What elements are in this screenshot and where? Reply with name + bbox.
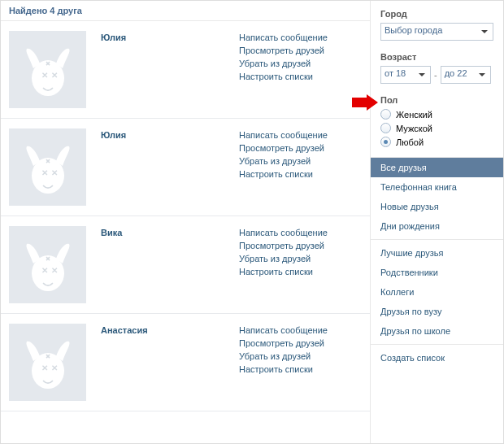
city-label: Город (380, 9, 493, 19)
friend-action-0[interactable]: Написать сообщение (239, 228, 328, 237)
svg-text:✕: ✕ (41, 168, 48, 177)
friend-lists-menu: Все друзьяТелефонная книгаНовые друзьяДн… (371, 157, 503, 368)
friend-action-2[interactable]: Убрать из друзей (239, 351, 328, 361)
friend-name[interactable]: Анастасия (101, 324, 239, 401)
filters-panel: Город Выбор города Возраст от 18 - до 22… (371, 1, 503, 443)
avatar-placeholder-icon: ✕ ✕ (24, 340, 72, 390)
friend-row: ✕ ✕ Анастасия Написать сообщениеПросмотр… (1, 314, 370, 411)
menu-separator (371, 344, 503, 345)
gender-label: Пол (380, 95, 493, 105)
menu-item[interactable]: Родственники (371, 263, 503, 282)
friend-row: ✕ ✕ Вика Написать сообщениеПросмотреть д… (1, 216, 370, 314)
friend-action-1[interactable]: Просмотреть друзей (239, 143, 328, 153)
friend-actions: Написать сообщениеПросмотреть друзейУбра… (239, 128, 328, 206)
menu-item[interactable]: Создать список (371, 348, 503, 368)
friend-action-3[interactable]: Настроить списки (239, 169, 328, 179)
age-label: Возраст (380, 52, 493, 62)
gender-label-text: Мужской (396, 124, 432, 133)
menu-item[interactable]: Телефонная книга (371, 177, 503, 197)
menu-item[interactable]: Коллеги (371, 282, 503, 302)
avatar-placeholder-icon: ✕ ✕ (24, 47, 72, 98)
avatar[interactable]: ✕ ✕ (9, 31, 86, 108)
menu-separator (371, 239, 503, 240)
friend-action-2[interactable]: Убрать из друзей (239, 254, 328, 263)
avatar[interactable]: ✕ ✕ (9, 128, 86, 206)
radio-icon (380, 109, 391, 120)
friend-action-1[interactable]: Просмотреть друзей (239, 338, 328, 348)
gender-option[interactable]: Мужской (380, 123, 493, 133)
age-to-select[interactable]: до 22 (441, 66, 491, 84)
radio-icon (380, 123, 391, 133)
age-from-select[interactable]: от 18 (380, 66, 431, 84)
friend-name[interactable]: Юлия (101, 128, 239, 206)
friend-actions: Написать сообщениеПросмотреть друзейУбра… (239, 31, 328, 108)
friend-action-2[interactable]: Убрать из друзей (239, 59, 328, 68)
friend-actions: Написать сообщениеПросмотреть друзейУбра… (239, 226, 328, 303)
friend-action-3[interactable]: Настроить списки (239, 72, 328, 81)
avatar-placeholder-icon: ✕ ✕ (24, 242, 72, 293)
friend-action-0[interactable]: Написать сообщение (239, 325, 328, 335)
friend-action-1[interactable]: Просмотреть друзей (239, 46, 328, 55)
friend-action-2[interactable]: Убрать из друзей (239, 156, 328, 166)
friends-panel: Найдено 4 друга ✕ ✕ Юлия Написать сообще… (1, 1, 371, 443)
friend-action-0[interactable]: Написать сообщение (239, 33, 328, 42)
svg-text:✕: ✕ (51, 363, 58, 372)
radio-icon (380, 137, 391, 147)
svg-text:✕: ✕ (41, 266, 48, 275)
friend-action-3[interactable]: Настроить списки (239, 267, 328, 276)
city-select[interactable]: Выбор города (380, 23, 493, 41)
gender-label-text: Любой (396, 137, 424, 147)
friend-name[interactable]: Юлия (101, 31, 239, 108)
svg-text:✕: ✕ (51, 71, 58, 80)
friend-action-0[interactable]: Написать сообщение (239, 130, 328, 140)
svg-text:✕: ✕ (51, 168, 58, 177)
friend-actions: Написать сообщениеПросмотреть друзейУбра… (239, 324, 328, 401)
svg-text:✕: ✕ (41, 71, 48, 80)
menu-item[interactable]: Новые друзья (371, 197, 503, 216)
menu-item[interactable]: Лучшие друзья (371, 243, 503, 263)
menu-item[interactable]: Дни рождения (371, 216, 503, 236)
menu-item[interactable]: Все друзья (371, 158, 503, 177)
results-header: Найдено 4 друга (1, 1, 370, 21)
friend-action-1[interactable]: Просмотреть друзей (239, 241, 328, 250)
menu-item[interactable]: Друзья по школе (371, 321, 503, 341)
friend-row: ✕ ✕ Юлия Написать сообщениеПросмотреть д… (1, 119, 370, 216)
avatar-placeholder-icon: ✕ ✕ (24, 145, 72, 195)
svg-text:✕: ✕ (41, 363, 48, 372)
svg-text:✕: ✕ (51, 266, 58, 275)
gender-label-text: Женский (396, 110, 432, 120)
avatar[interactable]: ✕ ✕ (9, 324, 86, 401)
avatar[interactable]: ✕ ✕ (9, 226, 86, 303)
menu-item[interactable]: Друзья по вузу (371, 302, 503, 321)
age-dash: - (434, 70, 437, 80)
gender-option[interactable]: Женский (380, 109, 493, 120)
friend-row: ✕ ✕ Юлия Написать сообщениеПросмотреть д… (1, 21, 370, 119)
gender-option[interactable]: Любой (380, 137, 493, 147)
friend-action-3[interactable]: Настроить списки (239, 364, 328, 374)
friend-name[interactable]: Вика (101, 226, 239, 303)
